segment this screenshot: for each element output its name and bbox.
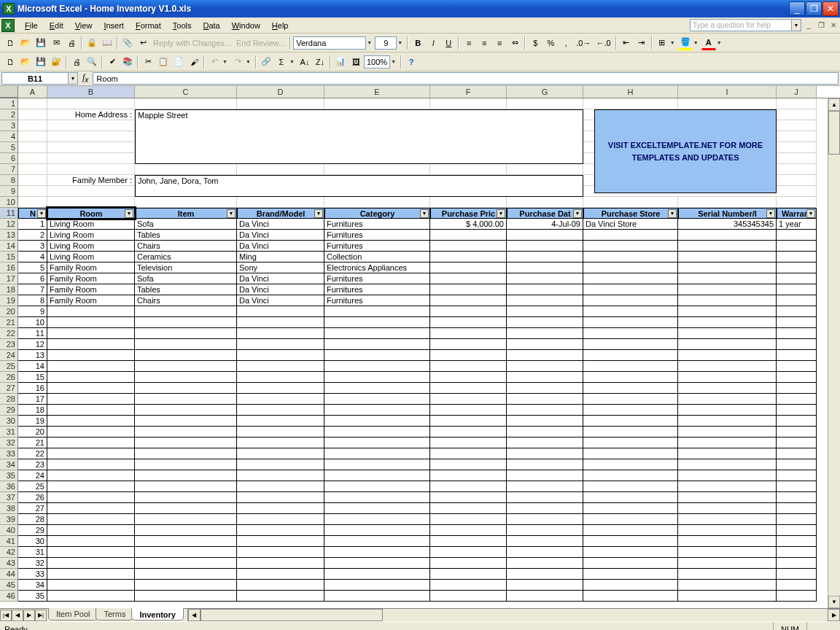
table-cell[interactable] — [507, 558, 583, 569]
table-cell[interactable] — [507, 350, 583, 361]
table-cell[interactable] — [430, 284, 507, 295]
drawing-icon[interactable]: 🖼 — [349, 55, 363, 69]
row-head[interactable]: 46 — [0, 591, 18, 602]
table-cell[interactable] — [135, 361, 237, 372]
table-cell[interactable] — [237, 470, 324, 481]
table-cell[interactable]: 14 — [18, 361, 47, 372]
table-cell[interactable] — [324, 350, 430, 361]
table-cell[interactable]: 16 — [18, 383, 47, 394]
table-cell[interactable]: Living Room — [47, 252, 135, 262]
table-cell[interactable] — [324, 514, 430, 525]
cell[interactable] — [237, 197, 324, 208]
table-cell[interactable] — [47, 394, 135, 405]
table-cell[interactable] — [324, 448, 430, 459]
table-cell[interactable] — [135, 591, 237, 602]
table-cell[interactable] — [777, 438, 817, 448]
table-header-item[interactable]: Item▼ — [135, 208, 237, 219]
table-cell[interactable] — [324, 405, 430, 416]
table-cell[interactable] — [507, 241, 583, 252]
table-cell[interactable] — [678, 405, 777, 416]
table-cell[interactable] — [47, 339, 135, 350]
home-address-label[interactable]: Home Address : — [47, 109, 135, 120]
table-cell[interactable] — [678, 547, 777, 558]
scroll-left-icon[interactable]: ◀ — [188, 609, 201, 621]
table-cell[interactable] — [583, 514, 678, 525]
table-cell[interactable] — [135, 558, 237, 569]
row-head[interactable]: 11 — [0, 208, 18, 219]
decrease-decimal-icon[interactable]: ←.0 — [594, 36, 612, 50]
table-cell[interactable] — [324, 459, 430, 470]
format-painter-icon[interactable]: 🖌 — [187, 55, 201, 69]
table-cell[interactable]: 1 — [18, 219, 47, 230]
filter-dropdown-icon[interactable]: ▼ — [668, 209, 677, 218]
cell[interactable] — [777, 109, 817, 120]
print-icon[interactable]: 🖨 — [64, 36, 79, 50]
cell[interactable] — [18, 153, 47, 164]
row-head[interactable]: 21 — [0, 317, 18, 328]
row-head[interactable]: 43 — [0, 558, 18, 569]
table-cell[interactable] — [135, 481, 237, 492]
row-head[interactable]: 29 — [0, 405, 18, 416]
table-cell[interactable]: Television — [135, 262, 237, 273]
cell[interactable] — [583, 98, 678, 109]
font-size-selector[interactable]: 9 — [375, 36, 397, 50]
table-cell[interactable] — [678, 427, 777, 438]
paste-icon[interactable]: 📄 — [171, 55, 186, 69]
font-color-icon[interactable]: A — [701, 36, 716, 50]
row-head[interactable]: 19 — [0, 295, 18, 306]
table-cell[interactable]: Tables — [135, 230, 237, 241]
table-cell[interactable]: $ 4,000.00 — [430, 219, 507, 230]
table-cell[interactable] — [135, 416, 237, 427]
table-cell[interactable] — [430, 262, 507, 273]
table-cell[interactable] — [135, 547, 237, 558]
table-cell[interactable]: 13 — [18, 350, 47, 361]
table-cell[interactable] — [324, 306, 430, 317]
table-cell[interactable] — [678, 438, 777, 448]
sheet-tab-inventory[interactable]: Inventory — [131, 608, 184, 621]
cell[interactable] — [777, 120, 817, 131]
table-cell[interactable] — [678, 241, 777, 252]
cut-icon[interactable]: ✂ — [141, 55, 155, 69]
table-cell[interactable] — [47, 536, 135, 547]
filter-dropdown-icon[interactable]: ▼ — [806, 209, 815, 218]
percent-icon[interactable]: % — [543, 36, 558, 50]
cell[interactable] — [678, 98, 777, 109]
save-icon[interactable]: 💾 — [34, 36, 48, 50]
cell[interactable] — [135, 98, 237, 109]
table-cell[interactable] — [430, 547, 507, 558]
scroll-down-icon[interactable]: ▼ — [828, 596, 840, 608]
table-cell[interactable] — [430, 383, 507, 394]
research-icon[interactable]: 📖 — [100, 36, 114, 50]
table-cell[interactable] — [777, 492, 817, 503]
table-cell[interactable] — [583, 295, 678, 306]
cell[interactable] — [18, 109, 47, 120]
maximize-button[interactable]: ❐ — [806, 1, 822, 16]
table-cell[interactable] — [507, 459, 583, 470]
table-cell[interactable] — [507, 448, 583, 459]
namebox-dropdown-icon[interactable]: ▼ — [69, 72, 78, 85]
cell[interactable] — [18, 131, 47, 142]
row-head[interactable]: 2 — [0, 109, 18, 120]
table-cell[interactable] — [777, 525, 817, 536]
table-cell[interactable] — [777, 569, 817, 580]
redo-icon[interactable]: ↷ — [230, 55, 245, 69]
table-cell[interactable] — [430, 591, 507, 602]
cell[interactable] — [777, 197, 817, 208]
table-cell[interactable] — [583, 317, 678, 328]
table-cell[interactable] — [135, 580, 237, 591]
table-cell[interactable]: Furnitures — [324, 295, 430, 306]
table-cell[interactable] — [507, 569, 583, 580]
table-cell[interactable] — [47, 525, 135, 536]
table-cell[interactable] — [324, 591, 430, 602]
table-cell[interactable] — [237, 317, 324, 328]
row-head[interactable]: 32 — [0, 438, 18, 448]
table-cell[interactable]: 24 — [18, 470, 47, 481]
row-head[interactable]: 42 — [0, 547, 18, 558]
table-cell[interactable]: Da Vinci Store — [583, 219, 678, 230]
template-banner[interactable]: VISIT EXCELTEMPLATE.NET FOR MORETEMPLATE… — [594, 109, 777, 193]
table-cell[interactable] — [777, 481, 817, 492]
table-cell[interactable] — [583, 492, 678, 503]
menu-insert[interactable]: Insert — [98, 19, 130, 32]
name-box[interactable]: B11 — [1, 72, 69, 85]
col-head-A[interactable]: A — [18, 86, 47, 98]
